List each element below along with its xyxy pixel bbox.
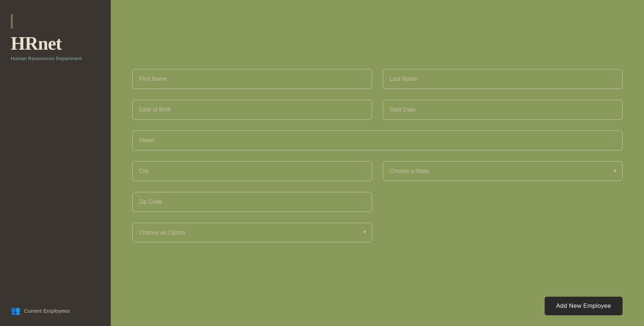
department-field: Choose an OptionSalesMarketingEngineerin… bbox=[132, 223, 372, 242]
logo-bar-decoration bbox=[11, 14, 13, 29]
dob-input[interactable] bbox=[132, 100, 372, 120]
dob-field bbox=[132, 100, 372, 120]
main-content: ⌃ ⌃ ⌃ ⌃ bbox=[111, 0, 644, 326]
start-date-input[interactable] bbox=[383, 100, 623, 120]
state-field: Choose a StateAlabamaAlaskaArizonaArkans… bbox=[383, 161, 623, 181]
street-row: ⌃ bbox=[132, 130, 623, 150]
bottom-bar: Add New Employee bbox=[132, 290, 623, 315]
app-subtitle: Human Ressources Department bbox=[11, 56, 82, 61]
start-date-field bbox=[383, 100, 623, 120]
street-input[interactable] bbox=[132, 130, 623, 150]
last-name-field: ⌃ bbox=[383, 69, 623, 89]
sidebar-top: HRnet Human Ressources Department bbox=[11, 14, 100, 61]
department-select[interactable]: Choose an OptionSalesMarketingEngineerin… bbox=[132, 223, 372, 242]
first-name-input[interactable] bbox=[132, 69, 372, 89]
current-employees-nav[interactable]: 👥 Current Employees bbox=[11, 306, 100, 315]
department-row: Choose an OptionSalesMarketingEngineerin… bbox=[132, 223, 623, 242]
app-title: HRnet bbox=[11, 34, 61, 53]
date-row bbox=[132, 100, 623, 120]
street-field: ⌃ bbox=[132, 130, 623, 150]
zip-field: ⌃ bbox=[132, 192, 372, 212]
zip-input[interactable] bbox=[132, 192, 372, 212]
city-field: ⌃ bbox=[132, 161, 372, 181]
name-row: ⌃ ⌃ bbox=[132, 69, 623, 89]
current-employees-label: Current Employees bbox=[24, 308, 70, 314]
current-employees-icon: 👥 bbox=[11, 306, 20, 315]
employee-form: ⌃ ⌃ ⌃ ⌃ bbox=[132, 14, 623, 290]
first-name-field: ⌃ bbox=[132, 69, 372, 89]
sidebar: HRnet Human Ressources Department 👥 Curr… bbox=[0, 0, 111, 326]
zip-row: ⌃ bbox=[132, 192, 623, 212]
city-state-row: ⌃ Choose a StateAlabamaAlaskaArizonaArka… bbox=[132, 161, 623, 181]
city-input[interactable] bbox=[132, 161, 372, 181]
last-name-input[interactable] bbox=[383, 69, 623, 89]
state-select[interactable]: Choose a StateAlabamaAlaskaArizonaArkans… bbox=[383, 161, 623, 181]
add-employee-button[interactable]: Add New Employee bbox=[545, 297, 623, 315]
